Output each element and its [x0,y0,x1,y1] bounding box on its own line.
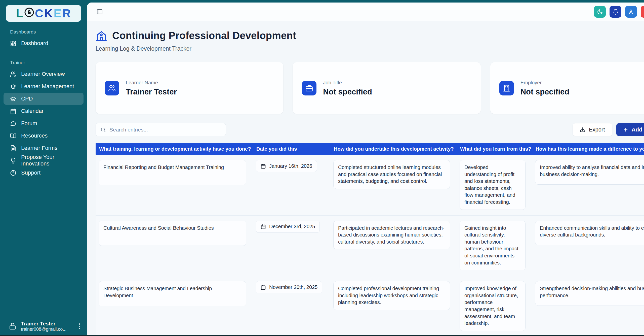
search-icon [100,127,106,132]
office-building-icon [499,81,514,95]
profile-button[interactable] [625,6,637,18]
search-box [96,123,226,136]
column-header: What did you learn from this? [457,146,532,152]
sidebar-section-dashboards: Dashboards [10,29,87,35]
table-row: Strategic Business Management and Leader… [96,276,644,336]
date-cell[interactable]: December 3rd, 2025 [256,221,320,233]
sidebar-item-support[interactable]: Support [4,167,84,179]
how-cell[interactable]: Completed professional development train… [333,281,450,310]
cpd-table: What training, learning or development a… [96,143,644,336]
topbar: Logout [87,3,644,21]
activity-cell[interactable]: Cultural Awareness and Social Behaviour … [99,221,246,246]
sidebar-item-label: Forum [21,120,37,127]
sidebar-item-label: Learner Forms [21,145,57,151]
download-icon [580,127,585,132]
notifications-button[interactable] [610,6,621,18]
chat-bubble-icon [10,120,16,127]
job-title-card: Job Title Not specified [293,62,480,114]
document-icon [10,145,16,151]
lightbulb-icon [10,157,16,164]
page-subtitle: Learning Log & Development Tracker [96,45,644,52]
activity-cell[interactable]: Strategic Business Management and Leader… [99,281,246,306]
column-header: Date you did this [253,146,330,152]
graduation-cap-icon [10,96,16,102]
learned-cell[interactable]: Developed understanding of profit and lo… [460,160,526,210]
date-cell[interactable]: January 16th, 2026 [256,160,317,172]
card-value: Trainer Tester [126,87,177,96]
school-building-icon [96,30,107,41]
brand-logo: L C K E R [6,5,81,22]
calendar-icon [10,108,16,114]
activity-cell[interactable]: Financial Reporting and Budget Managemen… [99,160,246,185]
card-value: Not specified [323,87,372,96]
main-card: Logout Continuing Professional Developme… [87,3,644,336]
export-button[interactable]: Export [573,123,612,136]
theme-toggle-button[interactable] [594,6,606,18]
how-cell[interactable]: Completed structured online learning mod… [333,160,450,189]
card-label: Job Title [323,80,372,86]
sidebar-item-label: Calendar [21,108,44,114]
card-value: Not specified [520,87,570,96]
sidebar-user-card: Trainer Tester trainer008@gmail.co... [0,320,87,332]
users-icon [10,71,16,77]
moon-icon [597,9,603,15]
sidebar-item-label: CPD [21,95,33,102]
table-row: Cultural Awareness and Social Behaviour … [96,216,644,276]
brand-letter: K [44,7,53,20]
employer-card: Employer Not specified [490,62,644,114]
window-bottom-edge [0,335,644,336]
table-row: Financial Reporting and Budget Managemen… [96,155,644,216]
sidebar-item-label: Support [21,170,41,176]
table-header-row: What training, learning or development a… [96,143,644,155]
user-menu-kebab-icon[interactable] [77,322,82,330]
column-header: What training, learning or development a… [96,146,253,152]
difference-cell[interactable]: Improved ability to analyse financial da… [535,160,644,185]
difference-cell[interactable]: Enhanced communication skills and abilit… [535,221,644,245]
sidebar-item-dashboard[interactable]: Dashboard [4,37,84,49]
column-header: How did you undertake this development a… [330,146,457,152]
add-new-entry-button[interactable]: Add New Entry [616,123,644,136]
sidebar-toggle-icon[interactable] [95,7,105,17]
sidebar-item-learner-forms[interactable]: Learner Forms [4,142,84,154]
briefcase-icon [302,81,316,95]
table-toolbar: Export Add New Entry [96,123,644,136]
sidebar-item-forum[interactable]: Forum [4,117,84,129]
date-cell[interactable]: November 20th, 2025 [256,281,322,293]
learned-cell[interactable]: Improved knowledge of organisational str… [460,281,526,331]
user-name: Trainer Tester [21,320,66,327]
brand-letter: L [16,7,23,20]
info-cards-row: Learner Name Trainer Tester Job Title No… [96,62,644,114]
bell-icon [613,9,619,15]
sidebar-item-label: Propose Your Innovations [21,154,81,167]
sidebar-item-propose-your-innovations[interactable]: Propose Your Innovations [4,154,84,166]
open-book-icon [10,133,16,139]
calendar-icon [261,224,266,229]
plus-icon [623,127,628,132]
card-label: Employer [520,80,570,86]
sidebar-item-label: Learner Overview [21,71,65,77]
padlock-icon [24,7,34,20]
search-input[interactable] [109,127,221,133]
main-area: Logout Continuing Professional Developme… [87,0,644,336]
user-dot-icon [628,9,634,15]
sidebar-item-learner-overview[interactable]: Learner Overview [4,68,84,80]
how-cell[interactable]: Participated in academic lectures and re… [333,221,450,250]
sidebar-item-cpd[interactable]: CPD [4,93,84,105]
column-header: How has this learning made a difference … [532,146,644,152]
sidebar-item-calendar[interactable]: Calendar [4,105,84,117]
help-circle-icon [10,170,16,176]
user-email: trainer008@gmail.co... [21,327,66,332]
learner-name-card: Learner Name Trainer Tester [96,62,283,114]
sidebar-item-learner-management[interactable]: Learner Management [4,80,84,92]
learned-cell[interactable]: Gained insight into cultural sensitivity… [460,221,526,271]
calendar-icon [261,163,266,169]
page-header: Continuing Professional Development [96,30,644,41]
sidebar-item-label: Dashboard [21,40,48,47]
brand-letter: R [62,7,71,20]
difference-cell[interactable]: Strengthened decision-making abilities a… [535,281,644,306]
sidebar-item-resources[interactable]: Resources [4,130,84,142]
calendar-icon [261,285,266,290]
sidebar-section-trainer: Trainer [10,60,87,65]
dashboard-grid-icon [10,40,16,47]
logout-button[interactable]: Logout [641,6,644,18]
